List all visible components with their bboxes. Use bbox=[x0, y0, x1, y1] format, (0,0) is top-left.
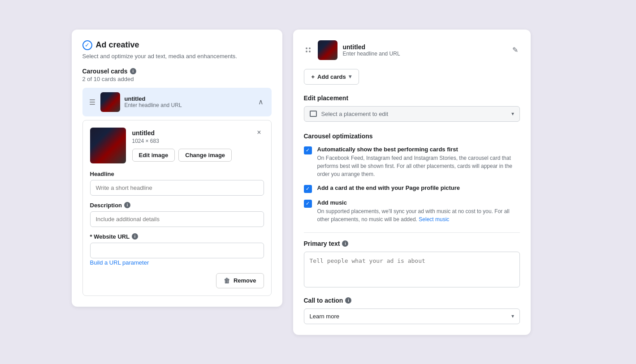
opt-item-1: ✓ Automatically show the best performing… bbox=[304, 146, 520, 178]
page-wrapper: ✓ Ad creative Select and optimize your a… bbox=[72, 30, 565, 335]
opt1-text: Automatically show the best performing c… bbox=[317, 146, 520, 178]
description-field: Description i bbox=[90, 202, 264, 227]
edit-placement-label: Edit placement bbox=[304, 94, 520, 102]
card-toggle-button[interactable]: ∧ bbox=[256, 98, 265, 107]
website-url-field: * Website URL i Build a URL parameter bbox=[90, 233, 264, 266]
panel-title: Ad creative bbox=[96, 40, 139, 50]
ad-meta-desc: Enter headline and URL bbox=[343, 51, 505, 57]
add-cards-label: Add cards bbox=[317, 73, 346, 80]
opt3-text: Add music On supported placements, we'll… bbox=[317, 199, 520, 223]
add-cards-plus-icon: + bbox=[312, 73, 315, 80]
description-label: Description i bbox=[90, 202, 264, 209]
primary-text-section: Primary text i bbox=[304, 240, 520, 289]
opt-item-2: ✓ Add a card at the end with your Page p… bbox=[304, 184, 520, 193]
card-desc: Enter headline and URL bbox=[125, 102, 252, 108]
image-close-button[interactable]: × bbox=[254, 128, 264, 137]
ad-preview-header: untitled Enter headline and URL ✎ bbox=[304, 40, 520, 60]
website-url-label: * Website URL i bbox=[90, 233, 264, 240]
image-name: untitled bbox=[132, 129, 264, 137]
panel-header: ✓ Ad creative bbox=[82, 40, 272, 50]
ad-thumbnail bbox=[318, 40, 337, 60]
change-image-button[interactable]: Change image bbox=[178, 149, 232, 162]
remove-button-label: Remove bbox=[234, 277, 256, 284]
select-music-link[interactable]: Select music bbox=[419, 216, 449, 223]
card-name: untitled bbox=[125, 95, 252, 102]
edit-ad-button[interactable]: ✎ bbox=[511, 44, 520, 56]
image-info: untitled 1024 × 683 Edit image Change im… bbox=[132, 129, 264, 162]
remove-button[interactable]: 🗑 Remove bbox=[216, 273, 264, 288]
ad-meta: untitled Enter headline and URL bbox=[343, 43, 505, 57]
placement-select-text: Select a placement to edit bbox=[321, 111, 507, 117]
monitor-icon bbox=[310, 111, 317, 117]
opt3-label: Add music bbox=[317, 199, 520, 206]
cta-select[interactable]: Learn more ▾ bbox=[304, 308, 520, 324]
edit-image-button[interactable]: Edit image bbox=[132, 149, 175, 162]
placement-dropdown-arrow: ▾ bbox=[511, 111, 514, 117]
carousel-cards-info-icon[interactable]: i bbox=[130, 68, 136, 74]
card-info: untitled Enter headline and URL bbox=[125, 95, 252, 108]
carousel-opt-section: Carousel optimizations ✓ Automatically s… bbox=[304, 133, 520, 223]
card-item: untitled Enter headline and URL ∧ bbox=[82, 88, 272, 116]
remove-btn-row: 🗑 Remove bbox=[90, 273, 264, 288]
card-thumbnail bbox=[100, 92, 120, 112]
opt3-checkbox[interactable]: ✓ bbox=[304, 200, 312, 208]
build-url-link[interactable]: Build a URL parameter bbox=[90, 259, 149, 266]
ad-drag-handle[interactable] bbox=[304, 46, 312, 54]
opt3-desc: On supported placements, we'll sync your… bbox=[317, 207, 520, 223]
ad-meta-name: untitled bbox=[343, 43, 505, 51]
image-buttons: Edit image Change image bbox=[132, 149, 264, 162]
carousel-cards-count: 2 of 10 cards added bbox=[82, 76, 272, 82]
panel-subtitle: Select and optimize your ad text, media … bbox=[82, 53, 272, 60]
description-info-icon[interactable]: i bbox=[124, 202, 130, 208]
headline-label: Headline bbox=[90, 171, 264, 177]
primary-text-info-icon[interactable]: i bbox=[342, 240, 348, 247]
opt2-text: Add a card at the end with your Page pro… bbox=[317, 184, 520, 193]
website-url-input[interactable] bbox=[90, 243, 264, 258]
primary-text-label: Primary text i bbox=[304, 240, 520, 247]
primary-text-area[interactable] bbox=[304, 252, 520, 287]
headline-input[interactable] bbox=[90, 180, 264, 196]
opt1-checkbox[interactable]: ✓ bbox=[304, 146, 312, 154]
check-circle-icon: ✓ bbox=[82, 40, 92, 50]
opt1-label: Automatically show the best performing c… bbox=[317, 146, 520, 153]
description-input[interactable] bbox=[90, 211, 264, 227]
carousel-cards-label: Carousel cards i bbox=[82, 68, 272, 75]
website-url-info-icon[interactable]: i bbox=[132, 233, 138, 240]
divider-1 bbox=[304, 232, 520, 233]
card-expanded: untitled 1024 × 683 Edit image Change im… bbox=[82, 120, 272, 296]
carousel-opt-title: Carousel optimizations bbox=[304, 133, 520, 140]
opt-item-3: ✓ Add music On supported placements, we'… bbox=[304, 199, 520, 223]
cta-dropdown-arrow: ▾ bbox=[511, 313, 514, 319]
right-panel: untitled Enter headline and URL ✎ + Add … bbox=[293, 30, 531, 335]
add-cards-button[interactable]: + Add cards ▾ bbox=[304, 69, 359, 85]
opt2-label: Add a card at the end with your Page pro… bbox=[317, 184, 520, 191]
left-panel: ✓ Ad creative Select and optimize your a… bbox=[72, 30, 282, 307]
opt1-desc: On Facebook Feed, Instagram feed and Ins… bbox=[317, 154, 520, 178]
image-preview-row: untitled 1024 × 683 Edit image Change im… bbox=[90, 128, 264, 163]
image-preview bbox=[90, 128, 126, 163]
image-size: 1024 × 683 bbox=[132, 138, 264, 144]
trash-icon: 🗑 bbox=[224, 277, 230, 284]
card-thumbnail-image bbox=[100, 92, 120, 112]
opt2-checkbox[interactable]: ✓ bbox=[304, 185, 312, 193]
placement-select[interactable]: Select a placement to edit ▾ bbox=[304, 106, 520, 122]
card-drag-handle[interactable] bbox=[89, 98, 96, 106]
add-cards-dropdown-arrow: ▾ bbox=[349, 73, 351, 80]
cta-select-value: Learn more bbox=[310, 313, 511, 320]
cta-section: Call to action i Learn more ▾ bbox=[304, 297, 520, 324]
cta-label: Call to action i bbox=[304, 297, 520, 304]
cta-info-icon[interactable]: i bbox=[345, 297, 351, 304]
headline-field: Headline bbox=[90, 171, 264, 196]
